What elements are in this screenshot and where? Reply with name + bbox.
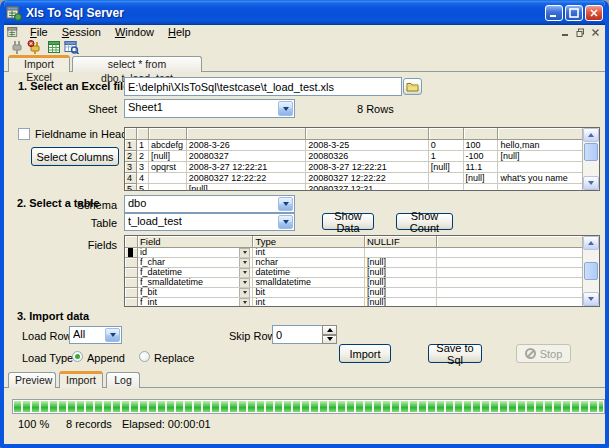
field-name-cell[interactable]: f_int — [140, 298, 157, 306]
grid-cell[interactable]: [null] — [429, 162, 464, 173]
query-button[interactable] — [63, 39, 80, 55]
grid-cell[interactable]: 2008-3-27 12:22:21 — [187, 162, 306, 173]
minimize-button[interactable] — [545, 5, 563, 21]
connect-button[interactable] — [7, 39, 24, 55]
field-name-cell[interactable]: f_datetime — [140, 268, 182, 277]
grid-cell[interactable]: ... — [149, 184, 187, 190]
type-cell[interactable]: int — [253, 248, 365, 258]
grid-cell[interactable]: 1 — [429, 151, 464, 162]
tab-import-excel[interactable]: Import Excel — [8, 55, 70, 72]
menu-window[interactable]: Window — [108, 25, 161, 39]
row-header[interactable]: 2 — [125, 151, 137, 162]
menu-session[interactable]: Session — [55, 25, 108, 39]
append-radio[interactable] — [72, 351, 83, 362]
grid-cell[interactable] — [498, 162, 582, 173]
table-dropdown-arrow-icon[interactable] — [278, 215, 293, 229]
scroll-thumb[interactable] — [584, 143, 598, 161]
preview-grid-scrollbar[interactable] — [582, 128, 599, 190]
skip-rows-input[interactable] — [272, 325, 323, 344]
grid-cell[interactable]: 2008-3-26 — [187, 140, 306, 151]
sheet-dropdown-arrow-icon[interactable] — [278, 101, 293, 116]
grid-cell[interactable] — [464, 184, 499, 190]
nullif-cell[interactable]: [null] — [365, 298, 437, 306]
grid-cell[interactable]: [null] — [187, 184, 306, 190]
select-columns-button[interactable]: Select Columns — [31, 147, 119, 166]
field-dropdown-icon[interactable] — [239, 248, 250, 258]
grid-cell[interactable] — [498, 184, 582, 190]
grid-cell[interactable]: [null] — [498, 151, 582, 162]
field-dropdown-icon[interactable] — [239, 278, 250, 288]
title-bar[interactable]: Xls To Sql Server — [0, 0, 609, 25]
fieldname-header-checkbox[interactable] — [18, 128, 30, 140]
replace-radio[interactable] — [139, 351, 150, 362]
field-name-cell[interactable]: f_char — [140, 258, 165, 267]
grid-cell[interactable]: 5 — [137, 184, 149, 190]
field-dropdown-icon[interactable] — [239, 258, 250, 268]
grid-cell[interactable]: what's you name — [498, 173, 582, 184]
mdi-minimize-button[interactable] — [559, 26, 572, 38]
nullif-cell[interactable]: [null] — [365, 258, 437, 268]
import-button[interactable]: Import — [339, 344, 391, 363]
tab-log[interactable]: Log — [106, 372, 140, 388]
row-header[interactable]: 5 — [125, 184, 137, 190]
stepper-down-button[interactable] — [322, 335, 337, 345]
type-cell[interactable]: smalldatetime — [253, 278, 365, 288]
field-dropdown-icon[interactable] — [239, 288, 250, 298]
grid-cell[interactable]: -100 — [464, 151, 499, 162]
grid-cell[interactable]: 20080327 — [187, 151, 306, 162]
field-name-cell[interactable]: f_bit — [140, 288, 157, 297]
show-data-button[interactable]: Show Data — [322, 213, 374, 230]
schema-select[interactable]: dbo — [124, 195, 295, 213]
grid-cell[interactable]: 2 — [137, 151, 149, 162]
load-rows-select[interactable]: All — [69, 326, 122, 344]
grid-cell[interactable]: 100 — [464, 140, 499, 151]
grid-cell[interactable]: opqrst — [149, 162, 187, 173]
grid-cell[interactable]: 2008-3-27 12:22:21 — [306, 162, 428, 173]
table-select[interactable]: t_load_test — [124, 213, 295, 231]
field-name-cell[interactable]: f_smalldatetime — [140, 278, 203, 287]
browse-file-button[interactable] — [403, 78, 422, 95]
nullif-cell[interactable]: [null] — [365, 268, 437, 278]
grid-cell[interactable]: 4 — [137, 173, 149, 184]
skip-rows-stepper[interactable] — [322, 325, 337, 344]
grid-cell[interactable]: 2008-3-25 — [306, 140, 428, 151]
replace-radio-label[interactable]: Replace — [154, 352, 194, 364]
fieldname-header-label[interactable]: Fieldname in Header — [35, 128, 137, 140]
mdi-restore-button[interactable] — [574, 26, 587, 38]
grid-cell[interactable]: 20080326 — [306, 151, 428, 162]
menu-file[interactable]: File — [23, 25, 55, 39]
row-header[interactable]: 1 — [125, 140, 137, 151]
grid-cell[interactable]: [null] — [149, 151, 187, 162]
scroll-up-button[interactable] — [583, 128, 599, 142]
schema-dropdown-arrow-icon[interactable] — [278, 197, 293, 211]
type-cell[interactable]: bit — [253, 288, 365, 298]
nullif-cell[interactable]: [null] — [365, 278, 437, 288]
fields-grid-scrollbar[interactable] — [582, 236, 599, 306]
grid-cell[interactable]: 20080327 12:22:22 — [187, 173, 306, 184]
open-excel-button[interactable] — [45, 39, 62, 55]
grid-cell[interactable]: 11.1 — [464, 162, 499, 173]
scroll-thumb[interactable] — [584, 262, 598, 280]
grid-cell[interactable]: hello,man — [498, 140, 582, 151]
disconnect-button[interactable] — [25, 39, 42, 55]
maximize-button[interactable] — [565, 5, 583, 21]
field-name-cell[interactable]: id — [140, 248, 147, 257]
menu-help[interactable]: Help — [161, 25, 198, 39]
save-to-sql-button[interactable]: Save to Sql — [428, 344, 482, 363]
show-count-button[interactable]: Show Count — [396, 213, 453, 230]
scroll-up-button[interactable] — [583, 236, 599, 250]
type-cell[interactable]: int — [253, 298, 365, 306]
field-dropdown-icon[interactable] — [239, 298, 250, 306]
scroll-down-button[interactable] — [583, 292, 599, 306]
scroll-down-button[interactable] — [583, 176, 599, 190]
type-cell[interactable]: nchar — [253, 258, 365, 268]
grid-cell[interactable]: 20080327 12:22:22 — [306, 173, 428, 184]
row-header[interactable]: 3 — [125, 162, 137, 173]
append-radio-label[interactable]: Append — [87, 352, 125, 364]
close-button[interactable] — [585, 5, 603, 21]
tab-import[interactable]: Import — [59, 371, 103, 388]
stepper-up-button[interactable] — [322, 325, 337, 335]
tab-select-query[interactable]: select * from dbo.t_load_test — [72, 56, 202, 72]
grid-cell[interactable]: [null] — [464, 173, 499, 184]
field-dropdown-icon[interactable] — [239, 268, 250, 278]
